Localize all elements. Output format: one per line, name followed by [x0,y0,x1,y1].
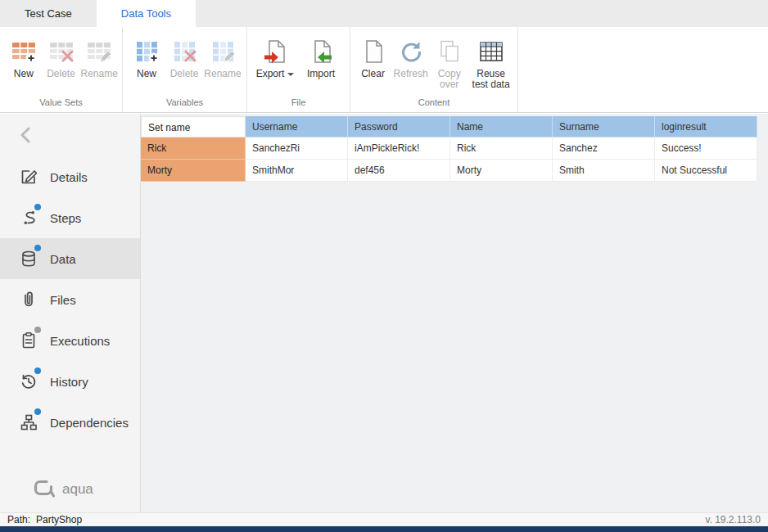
variables-new-button[interactable]: New [128,32,165,79]
column-header-surname[interactable]: Surname [553,116,655,138]
table-cell[interactable]: Success! [655,138,757,160]
column-header-set-name[interactable]: Set name [141,116,246,138]
table-cell[interactable]: def456 [348,160,450,182]
table-header-row: Set name Username Password Name Surname … [141,116,757,138]
sidebar-item-files[interactable]: Files [0,279,140,320]
ribbon-buttons: Clear Refresh [350,30,517,96]
column-header-username[interactable]: Username [246,116,348,138]
button-label: Clear [361,69,385,79]
export-button[interactable]: Export [252,32,298,79]
table-cell[interactable]: SmithMor [246,160,348,182]
sidebar-item-steps[interactable]: Steps [0,197,140,238]
notification-badge [34,245,41,251]
paperclip-icon [19,290,38,309]
value-set-table: Set name Username Password Name Surname … [141,116,757,182]
back-button[interactable] [0,114,140,156]
table-cell[interactable]: Morty [450,160,553,182]
sidebar-item-label: Data [50,252,76,266]
content-panel: Set name Username Password Name Surname … [141,114,768,513]
refresh-button: Refresh [391,32,431,79]
sidebar-item-details[interactable]: Details [0,156,140,197]
button-label: Rename [80,69,117,79]
button-label: Copy over [431,69,468,90]
aqua-logo-icon [33,479,56,500]
history-clock-icon [19,372,38,391]
aqua-logo: aqua [33,479,93,500]
button-label: Import [307,69,335,79]
clear-document-icon [360,37,386,66]
path-value: PartyShop [36,514,82,525]
ribbon-buttons: New Delete [0,30,122,96]
table-cell[interactable]: SanchezRi [246,138,348,160]
new-variable-table-icon [133,37,160,66]
ribbon-group-content: Clear Refresh [350,27,518,112]
column-header-name[interactable]: Name [450,116,553,138]
button-label: Delete [170,69,199,79]
button-label: Reuse test data [468,69,514,90]
button-label: New [137,69,156,79]
sidebar-item-dependencies[interactable]: Dependencies [0,402,140,443]
notification-badge [34,408,41,415]
bottom-accent-strip [0,526,768,532]
sidebar-item-label: Executions [50,334,110,348]
rename-value-set-table-icon [86,37,112,66]
column-header-password[interactable]: Password [348,116,450,138]
ribbon-group-file: Export Import File [247,27,350,112]
database-icon [19,249,38,268]
table-cell[interactable]: Smith [553,160,655,182]
value-sets-delete-button: Delete [43,32,80,79]
notification-badge [34,327,41,333]
value-sets-new-button[interactable]: New [5,32,43,79]
refresh-icon [398,37,424,66]
sidebar-item-label: Details [50,170,88,184]
ribbon-buttons: New Delete [123,30,246,96]
table-cell[interactable]: Not Successful [655,160,757,182]
sidebar-item-label: Dependencies [50,416,129,430]
button-label: Delete [47,69,75,79]
notification-badge [34,204,41,210]
table-row: Morty SmithMor def456 Morty Smith Not Su… [141,160,757,182]
copy-over-button: Copy over [431,32,468,90]
new-value-set-table-icon [11,37,37,66]
steps-icon [19,208,38,228]
table-cell[interactable]: iAmPickleRick! [348,138,450,160]
clipboard-icon [19,331,38,350]
import-button[interactable]: Import [298,32,344,79]
tab-test-case[interactable]: Test Case [0,0,97,27]
ribbon-group-label: Content [350,96,517,112]
reuse-test-data-button[interactable]: Reuse test data [468,32,514,90]
import-document-icon [308,37,334,66]
delete-variable-table-icon [171,37,197,66]
delete-value-set-table-icon [48,37,75,66]
sidebar: Details Steps [0,114,141,513]
column-header-loginresult[interactable]: loginresult [655,116,757,138]
status-bar: Path: PartyShop v. 19.2.113.0 [0,512,768,526]
chevron-left-icon [18,125,33,145]
tab-bar: Test Case Data Tools [0,0,768,27]
sidebar-item-executions[interactable]: Executions [0,320,140,361]
button-label: Rename [204,69,241,79]
chevron-down-icon [287,73,294,76]
sidebar-item-label: Steps [50,211,81,225]
variables-rename-button: Rename [203,32,242,79]
tab-data-tools[interactable]: Data Tools [97,0,196,27]
hierarchy-icon [19,413,38,432]
button-label: Refresh [394,69,428,79]
table-cell[interactable]: Sanchez [553,138,655,160]
table-cell[interactable]: Rick [450,138,553,160]
app-window: Test Case Data Tools [0,0,768,532]
clear-button[interactable]: Clear [355,32,391,79]
set-name-cell[interactable]: Rick [141,138,246,160]
sidebar-item-data[interactable]: Data [0,238,140,279]
sidebar-item-history[interactable]: History [0,361,140,402]
rename-variable-table-icon [210,37,236,66]
copy-documents-icon [436,37,463,66]
path-label: Path: [7,514,30,525]
ribbon-group-label: Variables [123,96,246,112]
button-label: New [14,69,34,79]
value-sets-rename-button: Rename [79,32,119,79]
set-name-cell[interactable]: Morty [141,160,246,182]
ribbon-group-variables: New Delete [123,27,247,112]
aqua-logo-text: aqua [62,481,93,498]
ribbon-group-label: Value Sets [0,96,122,112]
